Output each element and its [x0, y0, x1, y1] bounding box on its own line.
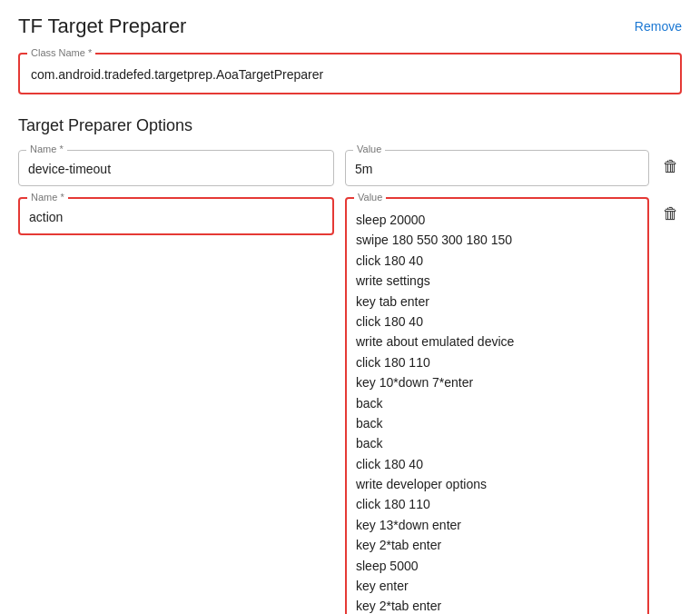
page-title: TF Target Preparer	[18, 15, 186, 38]
remove-link[interactable]: Remove	[635, 19, 682, 34]
option-name-value-2: action	[29, 210, 323, 224]
option-value-text-1: 5m	[355, 162, 639, 176]
option-value-field-2[interactable]: Value sleep 20000 swipe 180 550 300 180 …	[345, 197, 649, 614]
option-row-1: Name * device-timeout Value 5m	[18, 150, 682, 186]
class-name-section: Class Name * com.android.tradefed.target…	[18, 53, 682, 94]
delete-button-2[interactable]	[660, 204, 682, 223]
option-value-field-1[interactable]: Value 5m	[345, 150, 649, 186]
page-header: TF Target Preparer Remove	[18, 15, 682, 38]
class-name-value: com.android.tradefed.targetprep.AoaTarge…	[31, 67, 669, 82]
option-value-label-2: Value	[354, 192, 386, 203]
option-name-field-2[interactable]: Name * action	[18, 197, 334, 235]
option-name-value-1: device-timeout	[28, 162, 324, 176]
option-value-label-1: Value	[353, 144, 385, 154]
option-name-label-1: Name *	[26, 144, 67, 154]
option-name-field-1[interactable]: Name * device-timeout	[18, 150, 334, 186]
option-name-label-2: Name *	[27, 192, 68, 203]
class-name-label: Class Name *	[27, 47, 95, 58]
section-title: Target Preparer Options	[18, 116, 682, 135]
option-row-2: Name * action Value sleep 20000 swipe 18…	[18, 197, 682, 614]
option-value-text-2: sleep 20000 swipe 180 550 300 180 150 cl…	[356, 210, 638, 614]
options-container: Name * device-timeout Value 5m Name * ac…	[18, 150, 682, 614]
delete-button-1[interactable]	[660, 157, 682, 176]
trash-icon-2	[663, 204, 679, 223]
trash-icon-1	[663, 157, 679, 176]
